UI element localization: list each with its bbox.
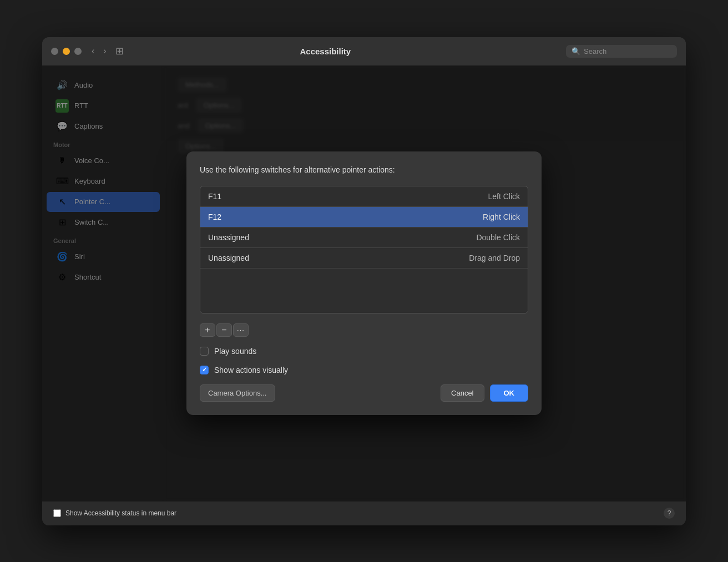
window-title: Accessibility xyxy=(85,47,566,56)
ok-button[interactable]: OK xyxy=(490,384,529,402)
search-icon: 🔍 xyxy=(572,47,580,55)
table-row[interactable]: F11 Left Click xyxy=(200,186,528,207)
table-row[interactable]: Unassigned Drag and Drop xyxy=(200,248,528,269)
modal-buttons: Camera Options... Cancel OK xyxy=(200,384,528,402)
titlebar: ‹ › ⊞ Accessibility 🔍 xyxy=(42,37,686,66)
content-area: 🔊 Audio RTT RTT 💬 Captions Motor 🎙 Voice… xyxy=(42,66,686,501)
table-row[interactable]: Unassigned Double Click xyxy=(200,227,528,248)
cancel-button[interactable]: Cancel xyxy=(441,384,484,402)
more-options-button[interactable]: ··· xyxy=(233,323,249,337)
switch-action-doubleclick: Double Click xyxy=(476,233,520,242)
play-sounds-label: Play sounds xyxy=(214,347,256,356)
camera-options-button[interactable]: Camera Options... xyxy=(200,384,275,402)
modal-dialog: Use the following switches for alternati… xyxy=(186,151,542,415)
show-actions-checkbox[interactable] xyxy=(200,366,209,374)
close-button[interactable] xyxy=(51,48,58,55)
switch-action-draganddrop: Drag and Drop xyxy=(469,254,520,262)
modal-buttons-right: Cancel OK xyxy=(441,384,528,402)
play-sounds-checkbox[interactable] xyxy=(200,347,209,356)
modal-overlay: Use the following switches for alternati… xyxy=(42,66,686,501)
switch-action-rightclick: Right Click xyxy=(483,212,520,221)
main-window: ‹ › ⊞ Accessibility 🔍 🔊 Audio RTT RTT 💬 … xyxy=(42,37,686,525)
switch-key-f11: F11 xyxy=(208,192,488,201)
play-sounds-row: Play sounds xyxy=(200,347,528,356)
search-bar[interactable]: 🔍 xyxy=(566,45,677,58)
table-controls: + − ··· xyxy=(200,323,528,337)
remove-switch-button[interactable]: − xyxy=(216,323,232,337)
add-switch-button[interactable]: + xyxy=(200,323,215,337)
switch-key-unassigned-1: Unassigned xyxy=(208,233,476,242)
switch-key-f12: F12 xyxy=(208,212,483,221)
show-actions-row: Show actions visually xyxy=(200,366,528,374)
table-row[interactable]: F12 Right Click xyxy=(200,207,528,227)
modal-description: Use the following switches for alternati… xyxy=(200,165,528,176)
status-bar-checkbox-row: Show Accessibility status in menu bar xyxy=(53,509,176,517)
help-button[interactable]: ? xyxy=(664,508,675,519)
switch-key-unassigned-2: Unassigned xyxy=(208,254,469,262)
bottom-bar: Show Accessibility status in menu bar ? xyxy=(42,501,686,525)
show-actions-label: Show actions visually xyxy=(214,366,288,374)
switch-table: F11 Left Click F12 Right Click Unassigne… xyxy=(200,186,528,313)
maximize-button[interactable] xyxy=(74,48,82,55)
switch-action-leftclick: Left Click xyxy=(488,192,520,201)
status-bar-label: Show Accessibility status in menu bar xyxy=(65,509,176,517)
search-input[interactable] xyxy=(584,47,671,55)
minimize-button[interactable] xyxy=(63,48,70,55)
traffic-lights xyxy=(51,48,82,55)
switch-table-empty-area xyxy=(200,269,528,313)
status-bar-checkbox[interactable] xyxy=(53,509,61,517)
